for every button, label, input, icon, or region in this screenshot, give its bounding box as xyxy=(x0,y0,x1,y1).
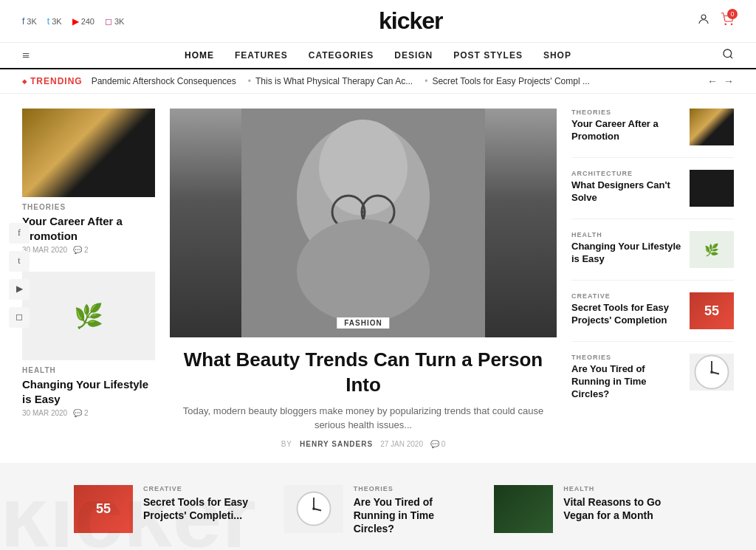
feature-date: 27 JAN 2020 xyxy=(380,440,423,448)
bottom-cat-1: CREATIVE xyxy=(143,485,262,492)
right-thumb-1[interactable] xyxy=(690,109,734,145)
feature-title[interactable]: What Beauty Trends Can Turn a Person Int… xyxy=(170,348,557,398)
watermark: kicker xyxy=(0,501,756,550)
feature-author: HENRY SANDERS xyxy=(300,440,373,448)
left-date-2: 30 MAR 2020 xyxy=(22,409,67,417)
trending-prev[interactable]: ← xyxy=(707,75,718,87)
trending-next[interactable]: → xyxy=(724,75,734,87)
svg-point-14 xyxy=(710,371,713,374)
bottom-cat-3: HEALTH xyxy=(563,485,682,492)
right-article-1: THEORIES Your Career After a Promotion xyxy=(571,109,734,158)
trending-text-2: This is What Physical Therapy Can Ac... xyxy=(255,76,413,86)
svg-point-10 xyxy=(297,219,430,323)
right-title-3[interactable]: Changing Your Lifestyle is Easy xyxy=(571,241,682,266)
left-article-2: HEALTH Changing Your Lifestyle is Easy 3… xyxy=(22,272,155,417)
feature-tag: FASHION xyxy=(337,317,389,329)
trending-dot: • xyxy=(248,76,251,86)
left-article-1: THEORIES Your Career After a Promotion 3… xyxy=(22,109,155,254)
trending-item-2[interactable]: • This is What Physical Therapy Can Ac..… xyxy=(248,76,413,86)
right-info-2: ARCHITECTURE What Designers Can't Solve xyxy=(571,170,682,204)
trending-label: TRENDING xyxy=(22,76,83,86)
right-cat-4: CREATIVE xyxy=(571,292,682,300)
facebook-count-label: 3K xyxy=(27,17,36,26)
sidebar-youtube[interactable]: ▶ xyxy=(9,279,30,300)
top-right-actions: 0 xyxy=(697,13,734,30)
right-info-3: HEALTH Changing Your Lifestyle is Easy xyxy=(571,231,682,266)
cart-icon[interactable]: 0 xyxy=(721,13,734,30)
right-article-4: CREATIVE Secret Tools for Easy Projects'… xyxy=(571,292,734,342)
search-icon[interactable] xyxy=(722,48,734,63)
site-logo[interactable]: kicker xyxy=(379,7,443,35)
twitter-icon: t xyxy=(47,16,49,27)
social-sidebar: f t ▶ ◻ xyxy=(9,223,30,328)
sidebar-facebook[interactable]: f xyxy=(9,223,30,244)
instagram-icon: ◻ xyxy=(105,16,112,27)
svg-point-2 xyxy=(731,24,732,25)
top-bar: f 3K t 3K ▶ 240 ◻ 3K kicker 0 xyxy=(0,0,756,43)
facebook-count[interactable]: f 3K xyxy=(22,16,37,27)
hamburger-menu[interactable]: ≡ xyxy=(22,48,30,63)
trending-bar: TRENDING Pandemic Aftershock Consequence… xyxy=(0,69,756,94)
left-column: THEORIES Your Career After a Promotion 3… xyxy=(22,109,155,448)
left-comments-2: 💬 2 xyxy=(73,409,88,417)
nav-shop[interactable]: SHOP xyxy=(543,50,571,61)
twitter-count-label: 3K xyxy=(52,17,61,26)
svg-point-3 xyxy=(724,49,732,58)
right-title-4[interactable]: Secret Tools for Easy Projects' Completi… xyxy=(571,302,682,327)
svg-point-0 xyxy=(701,15,706,19)
right-title-1[interactable]: Your Career After a Promotion xyxy=(571,118,682,143)
instagram-count-label: 3K xyxy=(114,17,124,26)
right-title-2[interactable]: What Designers Can't Solve xyxy=(571,179,682,204)
user-icon[interactable] xyxy=(697,13,710,30)
nav-home[interactable]: HOME xyxy=(185,50,214,61)
feature-meta: BY HENRY SANDERS 27 JAN 2020 💬 0 xyxy=(170,440,557,448)
sidebar-instagram[interactable]: ◻ xyxy=(9,307,30,328)
twitter-count[interactable]: t 3K xyxy=(47,16,62,27)
right-title-5[interactable]: Are You Tired of Running in Time Circles… xyxy=(571,363,682,401)
youtube-icon: ▶ xyxy=(72,16,79,27)
left-cat-1: THEORIES xyxy=(22,203,155,211)
trending-item-1[interactable]: Pandemic Aftershock Consequences xyxy=(92,76,236,86)
right-cat-1: THEORIES xyxy=(571,109,682,116)
right-thumb-3[interactable] xyxy=(690,231,734,268)
main-nav: HOME FEATURES CATEGORIES DESIGN POST STY… xyxy=(185,50,571,61)
right-thumb-5[interactable] xyxy=(690,354,734,391)
feature-image[interactable]: FASHION xyxy=(170,109,557,337)
trending-item-3[interactable]: • Secret Tools for Easy Projects' Compl … xyxy=(425,76,590,86)
youtube-count[interactable]: ▶ 240 xyxy=(72,16,94,27)
nav-design[interactable]: DESIGN xyxy=(394,50,433,61)
right-info-1: THEORIES Your Career After a Promotion xyxy=(571,109,682,143)
right-thumb-2[interactable] xyxy=(690,170,734,207)
left-title-1[interactable]: Your Career After a Promotion xyxy=(22,214,155,243)
left-thumb-1[interactable] xyxy=(22,109,155,197)
trending-text-1: Pandemic Aftershock Consequences xyxy=(92,76,236,86)
right-thumb-4[interactable] xyxy=(690,292,734,329)
right-cat-5: THEORIES xyxy=(571,354,682,361)
right-cat-3: HEALTH xyxy=(571,231,682,238)
trending-nav: ← → xyxy=(707,75,734,87)
nav-post-styles[interactable]: POST STYLES xyxy=(453,50,523,61)
nav-categories[interactable]: CATEGORIES xyxy=(309,50,374,61)
svg-point-6 xyxy=(319,120,408,216)
nav-features[interactable]: FEATURES xyxy=(235,50,288,61)
right-article-3: HEALTH Changing Your Lifestyle is Easy xyxy=(571,231,734,281)
right-article-5: THEORIES Are You Tired of Running in Tim… xyxy=(571,354,734,413)
right-info-4: CREATIVE Secret Tools for Easy Projects'… xyxy=(571,292,682,327)
left-meta-2: 30 MAR 2020 💬 2 xyxy=(22,409,155,417)
trending-dot-2: • xyxy=(425,76,427,86)
social-counts: f 3K t 3K ▶ 240 ◻ 3K xyxy=(22,16,124,27)
bottom-strip: kicker CREATIVE Secret Tools for Easy Pr… xyxy=(0,463,756,550)
feature-by-label: BY xyxy=(281,440,292,448)
feature-comments: 💬 0 xyxy=(430,440,445,448)
instagram-count[interactable]: ◻ 3K xyxy=(105,16,124,27)
center-column: FASHION What Beauty Trends Can Turn a Pe… xyxy=(170,109,557,448)
right-info-5: THEORIES Are You Tired of Running in Tim… xyxy=(571,354,682,401)
left-title-2[interactable]: Changing Your Lifestyle is Easy xyxy=(22,377,155,406)
left-thumb-2[interactable] xyxy=(22,272,155,360)
trending-items: Pandemic Aftershock Consequences • This … xyxy=(92,76,698,86)
feature-excerpt: Today, modern beauty bloggers make money… xyxy=(170,404,557,433)
sidebar-twitter[interactable]: t xyxy=(9,251,30,272)
right-cat-2: ARCHITECTURE xyxy=(571,170,682,177)
left-comments-1: 💬 2 xyxy=(73,246,88,254)
nav-bar: ≡ HOME FEATURES CATEGORIES DESIGN POST S… xyxy=(0,43,756,69)
